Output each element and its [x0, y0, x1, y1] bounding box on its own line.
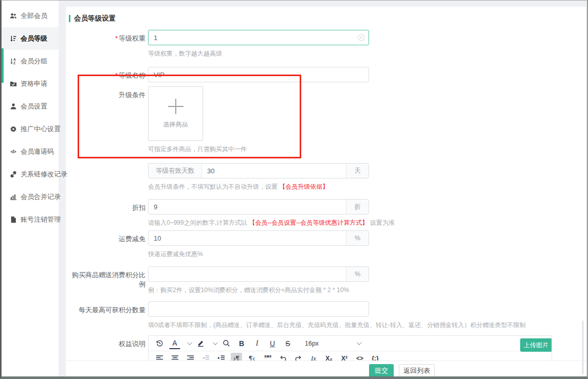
sidebar-item-label: 会员合并记录	[21, 192, 61, 202]
folder-check-icon	[9, 80, 17, 88]
sidebar-item-label: 推广中心设置	[21, 124, 61, 134]
daily-max-help: 填0或者不填即不限制，(商品赠送、订单赠送、后台充值、充值码充值、批量充值、转让…	[148, 321, 554, 330]
footer-action-bar: 提交 返回列表	[66, 360, 586, 377]
user-icon	[9, 103, 17, 111]
font-size-select[interactable]: 16px	[305, 338, 382, 349]
sidebar-item-member-level[interactable]: 会员等级	[2, 27, 59, 50]
form-row-shipping: 运费减免 % 快递运费减免优惠%	[66, 230, 586, 259]
vertical-scrollbar-thumb[interactable]	[582, 320, 584, 374]
sidebar-item-relation-log[interactable]: 关系链修改记录	[2, 163, 59, 186]
sidebar-item-label: 关系链修改记录	[21, 170, 67, 179]
sort-alpha-icon: AZ	[9, 58, 17, 65]
condition-help: 可指定多件商品，只需购买其中一件	[148, 145, 554, 154]
sidebar-item-member-settings[interactable]: 会员设置	[2, 95, 59, 118]
sidebar-item-account-cancel[interactable]: 账号注销管理	[2, 208, 59, 231]
svg-text:Z: Z	[13, 61, 15, 65]
weight-label: *等级权重	[66, 30, 148, 43]
sidebar-item-promotion-settings[interactable]: 推广中心设置	[2, 118, 59, 140]
section-accent-bar	[69, 15, 70, 22]
upgrade-basis-link[interactable]: 【会员升级依据】	[279, 183, 328, 190]
app-window: 全部会员 会员等级 AZ 会员分组 资格申请 会员设置	[0, 0, 588, 379]
sidebar-item-label: 会员设置	[21, 102, 47, 111]
shipping-help: 快递运费减免优惠%	[148, 250, 554, 259]
sidebar-item-merge-log[interactable]: 会员合并记录	[2, 186, 59, 208]
sidebar: 全部会员 会员等级 AZ 会员分组 资格申请 会员设置	[2, 1, 59, 376]
shipping-group: %	[148, 230, 369, 246]
font-color-icon[interactable]: A	[169, 338, 180, 349]
back-to-list-button[interactable]: 返回列表	[399, 364, 435, 377]
form-row-name: *等级名称	[66, 67, 586, 82]
form-row-weight: *等级权重 等级权重，数字越大越高级	[66, 30, 586, 58]
discount-input[interactable]	[149, 200, 346, 214]
discount-label: 折扣	[66, 199, 148, 212]
points-ratio-unit: %	[346, 267, 369, 281]
font-color-chevron-icon[interactable]	[187, 340, 192, 345]
daily-max-input[interactable]	[148, 301, 369, 317]
file-icon	[9, 216, 17, 224]
users-icon	[9, 12, 17, 20]
form-row-points-ratio: 购买商品赠送消费积分比例 % 例：购买2件，设置10%消费积分，赠送消费积分=商…	[66, 266, 586, 295]
sidebar-item-all-members[interactable]: 全部会员	[2, 5, 59, 27]
name-input-wrap	[148, 67, 369, 82]
sidebar-item-label: 会员邀请码	[21, 147, 54, 156]
upload-image-button[interactable]: 上传图片	[520, 338, 552, 352]
shipping-label: 运费减免	[66, 230, 148, 244]
sidebar-item-label: 会员等级	[21, 34, 47, 43]
form-row-condition: 升级条件 选择商品 可指定多件商品，只需购买其中一件	[66, 86, 586, 154]
member-level-form-card: 会员等级设置 *等级权重 等级权重，数字越大越高级 *等级名称	[66, 7, 586, 377]
weight-input-wrap	[148, 30, 369, 45]
member-level-form: *等级权重 等级权重，数字越大越高级 *等级名称	[66, 30, 586, 377]
discount-group: 折	[148, 199, 369, 214]
daily-max-label: 每天最高可获积分数量	[66, 301, 148, 315]
clear-input-icon[interactable]	[358, 34, 365, 41]
zoom-icon[interactable]	[220, 338, 232, 349]
daily-max-input-wrap	[148, 301, 369, 317]
select-product-picker[interactable]: 选择商品	[148, 86, 203, 141]
sidebar-item-member-group[interactable]: AZ 会员分组	[2, 50, 59, 73]
discount-calc-link[interactable]: 【会员--会员设置--会员等级优惠计算方式】	[249, 219, 368, 226]
strikethrough-icon[interactable]: S	[282, 338, 293, 349]
editor-toolbar-row-1: A B I U S	[149, 336, 552, 351]
shipping-input[interactable]	[149, 231, 346, 245]
weight-help: 等级权重，数字越大越高级	[148, 49, 554, 58]
valid-days-group: 等级有效天数 天	[148, 163, 369, 178]
points-ratio-label: 购买商品赠送消费积分比例	[66, 266, 148, 289]
points-ratio-input[interactable]	[149, 267, 346, 281]
section-title: 会员等级设置	[74, 14, 116, 23]
condition-label: 升级条件	[66, 86, 148, 100]
underline-icon[interactable]: U	[267, 338, 278, 349]
form-row-valid-days: 等级有效天数 天 会员升级条件，不填写默认为不自动升级，设置 【会员升级依据】	[66, 163, 586, 191]
form-row-discount: 折扣 折 请输入0~999之间的数字,计算方式以 【会员--会员设置--会员等级…	[66, 199, 586, 227]
sidebar-item-qualification[interactable]: 资格申请	[2, 73, 59, 95]
sort-numeric-icon	[9, 35, 17, 43]
plus-icon	[168, 99, 183, 114]
points-ratio-group: %	[148, 266, 369, 282]
required-asterisk: *	[115, 71, 118, 79]
bold-icon[interactable]: B	[236, 338, 247, 349]
weight-input[interactable]	[148, 30, 369, 45]
picker-text: 选择商品	[163, 120, 188, 129]
form-row-daily-max: 每天最高可获积分数量 填0或者不填即不限制，(商品赠送、订单赠送、后台充值、充值…	[66, 301, 586, 330]
bar-chart-icon	[9, 193, 17, 201]
valid-days-unit: 天	[346, 164, 369, 178]
left-scroll-indicator	[2, 48, 4, 83]
sidebar-item-label: 资格申请	[21, 79, 47, 88]
sidebar-item-label: 会员分组	[21, 57, 47, 66]
required-asterisk: *	[115, 34, 118, 42]
shipping-unit: %	[346, 231, 369, 245]
sidebar-item-invite-code[interactable]: </> 会员邀请码	[2, 140, 59, 163]
valid-days-help: 会员升级条件，不填写默认为不自动升级，设置 【会员升级依据】	[148, 183, 554, 191]
code-icon: </>	[9, 148, 17, 156]
name-input[interactable]	[148, 67, 369, 82]
font-size-chevron-icon	[357, 340, 362, 345]
highlight-pen-chevron-icon[interactable]	[213, 340, 218, 345]
italic-icon[interactable]: I	[251, 338, 263, 349]
section-header: 会员等级设置	[66, 7, 586, 23]
highlight-pen-icon[interactable]	[195, 338, 206, 349]
points-ratio-help: 例：购买2件，设置10%消费积分，赠送消费积分=商品实付金额 * 2 * 10%	[148, 286, 554, 295]
history-undo-icon[interactable]	[154, 338, 165, 349]
submit-button[interactable]: 提交	[369, 364, 394, 377]
discount-unit: 折	[346, 200, 369, 214]
valid-days-input[interactable]	[202, 164, 346, 178]
link-icon	[9, 171, 17, 178]
